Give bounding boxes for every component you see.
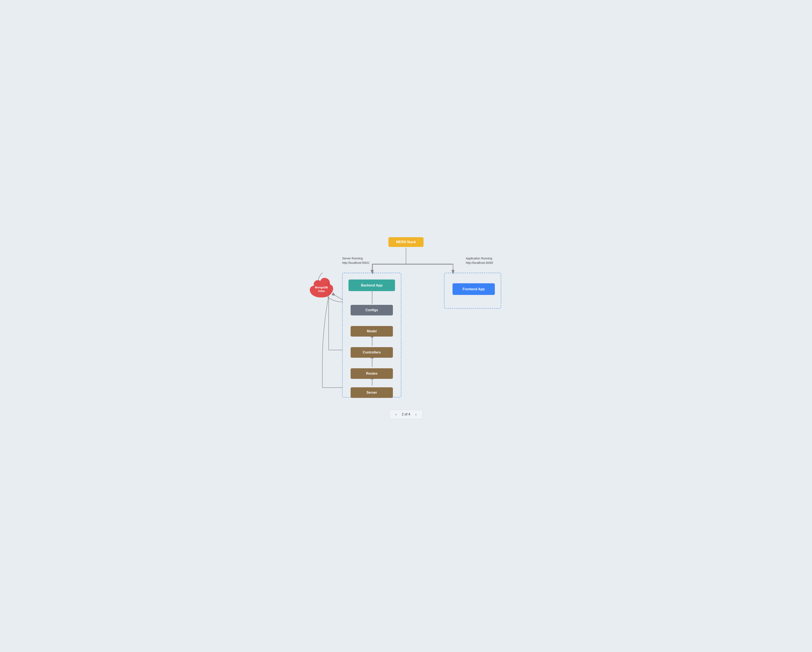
pagination-text: 2 of 4: [402, 413, 410, 416]
mern-stack-box: MERN Stack: [388, 237, 424, 247]
server-running-label: Server Running http://localhost:5001/: [342, 256, 369, 265]
pagination-next-button[interactable]: ›: [414, 412, 418, 417]
controllers-box: Controllers: [351, 347, 393, 358]
pagination-prev-button[interactable]: ‹: [394, 412, 398, 417]
configs-box: Configs: [351, 305, 393, 315]
mern-title: MERN Stack: [396, 240, 416, 244]
svg-text:Atlas: Atlas: [318, 289, 325, 292]
svg-line-23: [334, 295, 343, 300]
pagination: ‹ 2 of 4 ›: [389, 410, 423, 419]
svg-text:MongoDB: MongoDB: [315, 286, 328, 289]
app-running-label: Application Running http://localhost:300…: [466, 256, 493, 265]
frontend-app-box: Frontend App: [453, 283, 495, 295]
routes-box: Routes: [351, 368, 393, 379]
diagram-container: MERN Stack Server Running http://localho…: [304, 235, 507, 417]
model-box: Model: [351, 326, 393, 337]
mongodb-cloud-svg: MongoDB Atlas: [308, 276, 335, 300]
backend-app-box: Backend App: [348, 279, 395, 291]
server-box: Server: [351, 387, 393, 398]
